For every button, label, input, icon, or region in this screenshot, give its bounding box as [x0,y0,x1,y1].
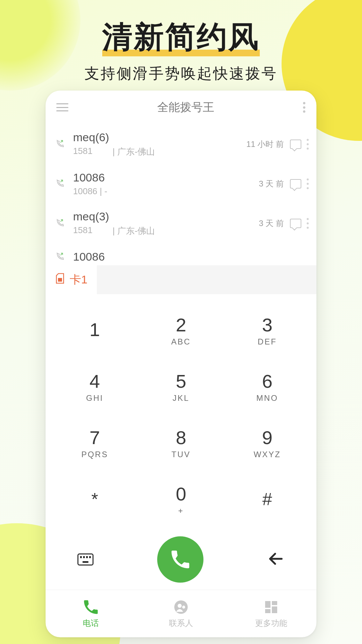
dial-button[interactable] [157,536,203,583]
keyboard-icon[interactable] [77,553,94,566]
promo-headline: 清新简约风 支持侧滑手势唤起快速拨号 [0,17,362,84]
outgoing-call-icon [53,252,66,262]
svg-rect-4 [265,601,270,608]
svg-point-3 [182,605,185,608]
call-time: 3 天 前 [259,178,284,189]
sim-label: 卡1 [70,272,87,287]
svg-rect-0 [58,278,62,282]
menu-icon[interactable] [56,103,68,111]
tab-contacts[interactable]: 联系人 [136,590,226,637]
svg-rect-7 [265,609,270,613]
call-log-row[interactable]: 10086 [46,244,316,265]
key-9[interactable]: 9WXYZ [224,415,310,471]
key-hash[interactable]: # [224,471,310,527]
key-7[interactable]: 7PQRS [52,415,138,471]
outgoing-call-icon [53,139,66,149]
call-location: | 广东-佛山 [113,225,155,237]
app-title: 全能拨号王 [157,100,214,115]
backspace-icon[interactable] [267,550,285,569]
call-number: 1581 [73,225,93,237]
key-0[interactable]: 0+ [138,471,224,527]
call-number: 1581 [73,146,93,158]
svg-rect-5 [272,601,277,605]
key-6[interactable]: 6MNO [224,359,310,415]
tab-label: 联系人 [169,618,193,629]
tab-phone[interactable]: 电话 [46,590,136,637]
dial-pad: 1 2ABC 3DEF 4GHI 5JKL 6MNO 7PQRS 8TUV 9W… [46,294,316,529]
outgoing-call-icon [53,179,66,189]
call-name: meq(3) [73,210,259,223]
key-star[interactable]: * [52,471,138,527]
dial-action-row [46,529,316,590]
call-number: 10086 | - [73,186,107,197]
tab-more[interactable]: 更多功能 [226,590,316,637]
phone-frame: 全能拨号王 meq(6) 1581| 广东-佛山 11 小时 前 10086 1… [46,91,316,637]
sim-selector-bar: 卡1 [46,265,316,294]
message-icon[interactable] [290,219,301,228]
key-1[interactable]: 1 [52,302,138,359]
promo-title: 清新简约风 [102,17,260,58]
svg-rect-6 [272,606,277,613]
tab-label: 电话 [83,618,99,629]
sim-card-icon [55,272,65,287]
call-location: | 广东-佛山 [113,146,155,158]
call-log-row[interactable]: meq(6) 1581| 广东-佛山 11 小时 前 [46,124,316,164]
key-5[interactable]: 5JKL [138,359,224,415]
app-bar: 全能拨号王 [46,91,316,124]
message-icon[interactable] [290,179,301,189]
overflow-icon[interactable] [303,102,306,113]
row-overflow-icon[interactable] [307,178,309,189]
call-log-row[interactable]: 10086 10086 | - 3 天 前 [46,164,316,203]
call-name: meq(6) [73,131,246,144]
key-4[interactable]: 4GHI [52,359,138,415]
call-time: 11 小时 前 [246,139,284,150]
bottom-tabbar: 电话 联系人 更多功能 [46,590,316,637]
promo-subtitle: 支持侧滑手势唤起快速拨号 [0,64,362,84]
call-log-row[interactable]: meq(3) 1581| 广东-佛山 3 天 前 [46,203,316,244]
sim-card-chip[interactable]: 卡1 [46,265,97,294]
call-name: 10086 [73,250,309,263]
call-name: 10086 [73,171,259,184]
key-8[interactable]: 8TUV [138,415,224,471]
svg-point-2 [178,604,182,608]
call-time: 3 天 前 [259,218,284,229]
call-log-list: meq(6) 1581| 广东-佛山 11 小时 前 10086 10086 |… [46,124,316,265]
message-icon[interactable] [290,140,301,149]
tab-label: 更多功能 [255,618,287,629]
key-2[interactable]: 2ABC [138,302,224,359]
row-overflow-icon[interactable] [307,139,309,150]
key-3[interactable]: 3DEF [224,302,310,359]
outgoing-call-icon [53,218,66,228]
row-overflow-icon[interactable] [307,218,309,229]
